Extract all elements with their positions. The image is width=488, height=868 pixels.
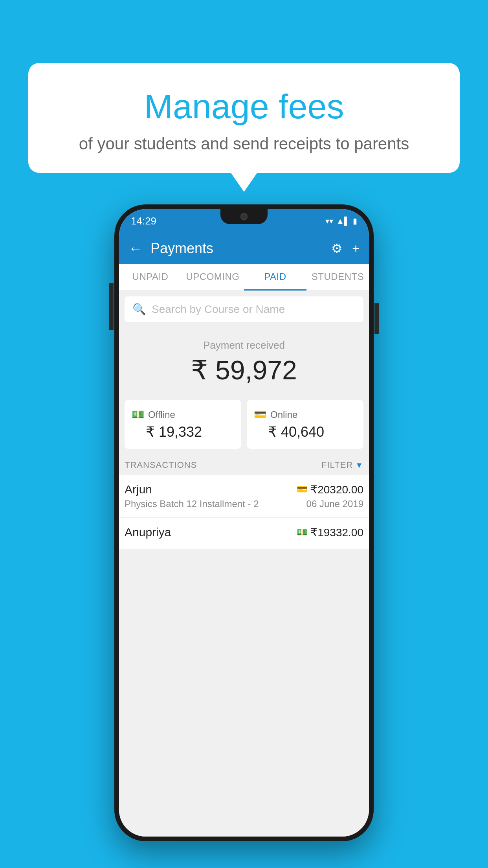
- phone-device: 14:29 ▾▾ ▲▌ ▮ ← Payments ⚙ + UNPAID UPCO…: [114, 204, 374, 841]
- transaction-mode-icon: 💵: [297, 527, 307, 537]
- filter-icon: ▼: [355, 461, 363, 470]
- transaction-amount-wrap: 💳 ₹20320.00: [297, 483, 363, 496]
- transaction-amount: ₹20320.00: [310, 483, 363, 496]
- speech-bubble: Manage fees of your students and send re…: [28, 63, 460, 173]
- payment-total-amount: ₹ 59,972: [127, 355, 361, 386]
- transactions-label: TRANSACTIONS: [125, 460, 197, 470]
- speech-bubble-title: Manage fees: [44, 86, 444, 127]
- transactions-header: TRANSACTIONS FILTER ▼: [119, 455, 369, 475]
- phone-screen: 14:29 ▾▾ ▲▌ ▮ ← Payments ⚙ + UNPAID UPCO…: [119, 209, 369, 837]
- tab-students[interactable]: STUDENTS: [306, 264, 369, 291]
- card-icon: 💳: [254, 408, 266, 421]
- tab-unpaid[interactable]: UNPAID: [119, 264, 182, 291]
- transaction-top: Arjun 💳 ₹20320.00: [125, 483, 363, 496]
- search-icon: 🔍: [132, 303, 146, 316]
- speech-bubble-subtitle: of your students and send receipts to pa…: [44, 134, 444, 153]
- wifi-icon: ▾▾: [325, 216, 333, 226]
- transaction-amount: ₹19332.00: [310, 526, 363, 539]
- transaction-name: Anupriya: [125, 526, 171, 539]
- camera-dot: [240, 213, 248, 220]
- add-button[interactable]: +: [352, 241, 360, 256]
- offline-card-header: 💵 Offline: [132, 408, 234, 421]
- online-card: 💳 Online ₹ 40,640: [247, 400, 363, 449]
- offline-label: Offline: [148, 409, 175, 420]
- offline-card: 💵 Offline ₹ 19,332: [125, 400, 241, 449]
- tab-paid[interactable]: PAID: [244, 264, 306, 291]
- transaction-row[interactable]: Anupriya 💵 ₹19332.00: [119, 518, 369, 550]
- search-bar[interactable]: 🔍 Search by Course or Name: [125, 296, 363, 322]
- online-label: Online: [270, 409, 297, 420]
- settings-button[interactable]: ⚙: [331, 241, 343, 256]
- transaction-date: 06 June 2019: [306, 498, 363, 509]
- header-icons: ⚙ +: [331, 241, 360, 256]
- back-button[interactable]: ←: [128, 240, 143, 257]
- tabs-bar: UNPAID UPCOMING PAID STUDENTS: [119, 264, 369, 291]
- search-placeholder: Search by Course or Name: [152, 303, 285, 316]
- online-card-header: 💳 Online: [254, 408, 356, 421]
- status-time: 14:29: [131, 215, 156, 227]
- transaction-course: Physics Batch 12 Installment - 2: [125, 498, 259, 509]
- battery-icon: ▮: [353, 216, 357, 226]
- tab-upcoming[interactable]: UPCOMING: [182, 264, 244, 291]
- status-icons: ▾▾ ▲▌ ▮: [325, 216, 357, 226]
- transaction-mode-icon: 💳: [297, 484, 307, 495]
- transaction-row[interactable]: Arjun 💳 ₹20320.00 Physics Batch 12 Insta…: [119, 475, 369, 518]
- filter-button[interactable]: FILTER ▼: [321, 460, 363, 470]
- transaction-name: Arjun: [125, 483, 152, 496]
- app-header: ← Payments ⚙ +: [119, 233, 369, 264]
- cash-icon: 💵: [132, 408, 144, 421]
- content-area: 🔍 Search by Course or Name Payment recei…: [119, 291, 369, 837]
- page-title: Payments: [150, 240, 331, 257]
- transaction-bottom: Physics Batch 12 Installment - 2 06 June…: [125, 498, 363, 509]
- payment-cards-row: 💵 Offline ₹ 19,332 💳 Online ₹ 40,640: [119, 394, 369, 455]
- online-amount: ₹ 40,640: [268, 424, 356, 440]
- signal-icon: ▲▌: [336, 217, 350, 226]
- offline-amount: ₹ 19,332: [146, 424, 234, 440]
- transactions-list: Arjun 💳 ₹20320.00 Physics Batch 12 Insta…: [119, 475, 369, 550]
- transaction-amount-wrap: 💵 ₹19332.00: [297, 526, 363, 539]
- payment-received-section: Payment received ₹ 59,972: [119, 327, 369, 394]
- phone-notch: [220, 209, 268, 224]
- payment-received-label: Payment received: [127, 339, 361, 351]
- transaction-top: Anupriya 💵 ₹19332.00: [125, 526, 363, 539]
